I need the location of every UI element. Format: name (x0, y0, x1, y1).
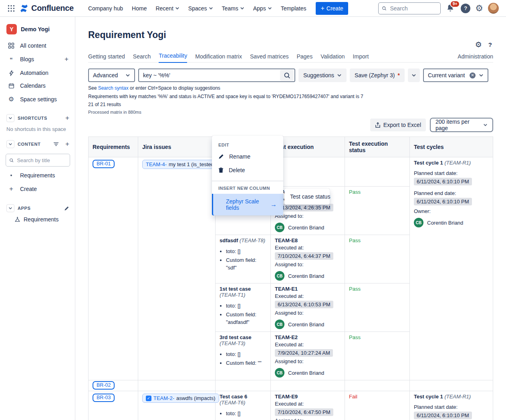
add-content-button[interactable]: + (65, 140, 69, 148)
sidebar-item-all-content[interactable]: All content (6, 39, 70, 52)
chevron-down-icon (337, 73, 342, 78)
menu-item-rename[interactable]: Rename (212, 150, 283, 163)
create-button[interactable]: + Create (316, 2, 348, 15)
export-icon (375, 122, 381, 128)
collapse-apps-button[interactable] (6, 204, 14, 212)
nav-home[interactable]: Home (129, 3, 150, 14)
zephyr-submenu: Test case status (284, 189, 330, 205)
search-mode-select[interactable]: Advanced (88, 68, 135, 82)
nav-apps[interactable]: Apps (250, 3, 275, 14)
search-toolbar: Advanced Suggestions Save (Zephyr 3) * (88, 68, 493, 82)
clear-variant-icon[interactable]: ✕ (470, 72, 476, 78)
sidebar-item-space-settings[interactable]: ⚙ Space settings (6, 92, 70, 106)
date-chip: 6/11/2024, 6:10:10 PM (414, 178, 472, 185)
collapse-shortcuts-button[interactable] (6, 114, 14, 122)
content-search[interactable] (6, 154, 70, 167)
pencil-icon (218, 154, 224, 159)
test-execution-cell: TEAM-E1 Executed at: 6/13/2024, 6:10:53 … (271, 283, 345, 332)
date-chip: 6/11/2024, 6:10:10 PM (414, 198, 472, 205)
suggestions-button[interactable]: Suggestions (298, 68, 347, 82)
settings-button[interactable]: ⚙ (475, 4, 483, 13)
content-item-requirements[interactable]: Requirements (6, 169, 70, 182)
tab-saved-matrices[interactable]: Saved matrices (250, 53, 288, 63)
requirement-badge[interactable]: BR-01 (93, 160, 115, 168)
nav-spaces[interactable]: Spaces (185, 3, 216, 14)
help-icon[interactable]: ? (488, 41, 492, 48)
test-case-cell: 3rd test case (TEAM-T3) toto: []Custom f… (216, 332, 271, 380)
confluence-logo[interactable]: Confluence (19, 4, 74, 13)
space-header[interactable]: Y Demo Yogi (6, 22, 70, 39)
notification-badge: 9+ (450, 0, 460, 8)
macro-settings-button[interactable]: ⚙ (475, 41, 482, 48)
app-switcher-icon[interactable] (6, 3, 17, 14)
menu-item-delete[interactable]: Delete (212, 163, 283, 177)
tab-validation[interactable]: Validation (321, 53, 345, 63)
collapse-content-button[interactable] (6, 140, 14, 148)
chevron-down-icon (8, 206, 12, 210)
checkbox-icon: ✓ (146, 396, 151, 401)
calendar-icon (7, 83, 15, 89)
tab-import[interactable]: Import (353, 53, 369, 63)
notifications-button[interactable]: 9+ (446, 3, 456, 14)
tab-search[interactable]: Search (133, 53, 151, 63)
status-badge: Pass (349, 334, 361, 340)
global-search[interactable] (378, 2, 441, 14)
tab-getting-started[interactable]: Getting started (88, 53, 125, 63)
nav-templates[interactable]: Templates (278, 3, 310, 14)
save-button[interactable]: Save (Zephyr 3) * (350, 68, 405, 82)
save-options-button[interactable] (408, 68, 420, 82)
sidebar-item-automation[interactable]: Automation (6, 66, 70, 79)
query-input[interactable] (139, 72, 280, 78)
sidebar-item-calendars[interactable]: Calendars (6, 79, 70, 92)
jira-issue-chip[interactable]: ✓ TEAM-2-aswdfs (impacts) (142, 394, 219, 403)
test-case-cell: sdfasdf (TEAM-T8) toto: []Custom field: … (216, 235, 271, 283)
add-shortcut-button[interactable]: + (65, 114, 69, 122)
tab-pages[interactable]: Pages (296, 53, 312, 63)
menu-item-zephyr-scale-fields[interactable]: Zephyr Scale fields → (212, 194, 283, 215)
date-chip: 7/10/2024, 6:44:37 PM (275, 252, 333, 260)
query-field[interactable] (138, 68, 295, 82)
requirement-yogi-icon (14, 217, 20, 222)
shortcuts-section-header: SHORTCUTS + (6, 113, 70, 123)
status-badge: Pass (349, 237, 361, 243)
search-icon (9, 158, 14, 163)
date-chip: 6/13/2024, 4:26:35 PM (275, 204, 333, 211)
tab-administration[interactable]: Administration (458, 53, 493, 63)
run-search-button[interactable] (280, 70, 294, 81)
tab-traceability[interactable]: Traceability (159, 52, 187, 63)
user-avatar[interactable] (488, 3, 499, 14)
table-row: BR-01 TEAM-4-my test 1 (is_tested_by) Te… (89, 157, 493, 187)
content-item-create[interactable]: + Create (6, 182, 70, 196)
requirement-badge[interactable]: BR-03 (93, 394, 115, 402)
question-icon: ? (464, 5, 467, 11)
nav-teams[interactable]: Teams (219, 3, 248, 14)
jira-issue-link[interactable]: TEAM-2- (153, 395, 174, 401)
chevron-down-icon (411, 73, 416, 78)
sidebar-item-blogs[interactable]: “ Blogs + (6, 52, 70, 66)
tab-modification-matrix[interactable]: Modification matrix (195, 53, 242, 63)
requirement-badge[interactable]: BR-02 (93, 381, 115, 390)
menu-divider (212, 181, 283, 181)
variant-select[interactable]: Current variant ✕ (423, 68, 488, 82)
submenu-item-test-case-status[interactable]: Test case status (284, 189, 330, 205)
query-description: Requirements with key matches '%%' and s… (88, 94, 493, 99)
filter-icon[interactable] (53, 142, 59, 147)
content-search-input[interactable] (16, 157, 67, 164)
nav-recent[interactable]: Recent (152, 3, 182, 14)
col-requirements: Requirements (89, 137, 138, 157)
global-search-input[interactable] (389, 5, 437, 12)
chevron-down-icon (175, 6, 179, 10)
help-button[interactable]: ? (461, 4, 470, 13)
items-per-page-select[interactable]: 200 items per page (430, 118, 493, 132)
edit-apps-pencil-icon[interactable] (64, 206, 69, 211)
search-syntax-link[interactable]: Search syntax (98, 85, 129, 91)
chevron-down-icon (8, 142, 12, 146)
jira-issue-link[interactable]: TEAM-4- (146, 161, 167, 167)
avatar: CB (275, 320, 284, 329)
export-to-excel-button[interactable]: Export to Excel (370, 119, 426, 131)
test-execution-cell: TEAM-E9 Executed at: 7/10/2024, 6:47:50 … (271, 391, 345, 420)
apps-item-requirements[interactable]: Requirements (6, 213, 70, 226)
add-blog-icon[interactable]: + (65, 55, 69, 63)
table-header-row: Requirements Jira issues Test cases Test… (89, 137, 493, 157)
nav-company-hub[interactable]: Company hub (85, 3, 126, 14)
